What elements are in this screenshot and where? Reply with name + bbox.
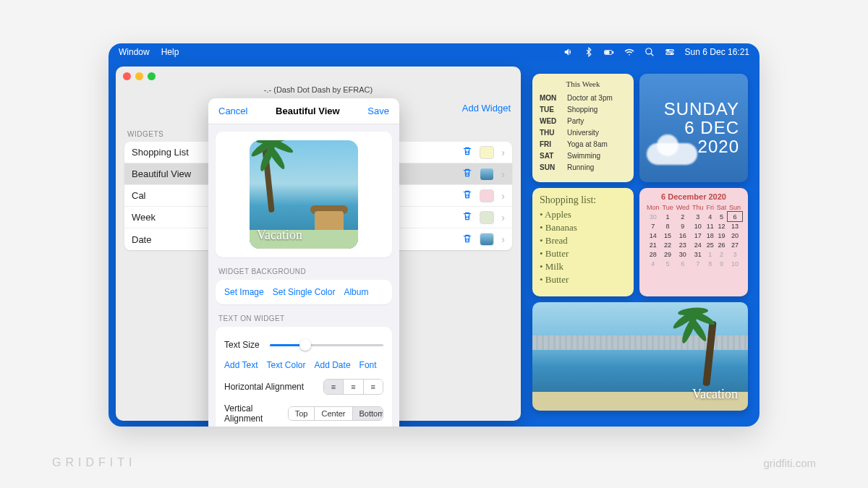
chevron-right-icon[interactable]: › — [501, 234, 505, 245]
calendar-day[interactable]: 24 — [691, 240, 705, 249]
close-button[interactable] — [123, 72, 131, 80]
calendar-day[interactable]: 13 — [728, 221, 742, 231]
calendar-day[interactable]: 28 — [645, 249, 661, 259]
calendar-day[interactable]: 26 — [715, 240, 728, 249]
calendar-day[interactable]: 12 — [715, 221, 728, 231]
calendar-day[interactable]: 22 — [661, 240, 675, 249]
calendar-day[interactable]: 10 — [728, 259, 742, 268]
menu-help[interactable]: Help — [161, 47, 179, 57]
week-widget[interactable]: This Week MONDoctor at 3pmTUEShoppingWED… — [532, 74, 634, 182]
trash-icon[interactable] — [462, 211, 474, 223]
calendar-day[interactable]: 5 — [715, 212, 728, 221]
calendar-day[interactable]: 8 — [661, 221, 675, 231]
calendar-day[interactable]: 17 — [691, 231, 705, 240]
calendar-day[interactable]: 18 — [705, 231, 715, 240]
widgets-section-label: WIDGETS — [127, 130, 163, 138]
menu-window[interactable]: Window — [119, 47, 150, 57]
chevron-right-icon[interactable]: › — [501, 147, 505, 158]
calendar-day[interactable]: 9 — [675, 221, 692, 231]
bluetooth-icon[interactable] — [584, 47, 594, 57]
vacation-widget[interactable]: Vacation — [532, 302, 748, 411]
calendar-day[interactable]: 6 — [675, 259, 692, 268]
svg-point-8 — [671, 53, 672, 54]
add-date-button[interactable]: Add Date — [315, 360, 351, 370]
align-center-button[interactable]: ≡ — [344, 380, 363, 394]
chevron-right-icon[interactable]: › — [501, 190, 505, 202]
trash-icon[interactable] — [462, 146, 474, 158]
add-widget-button[interactable]: Add Widget — [462, 103, 511, 114]
date-line1: SUNDAY — [664, 100, 739, 119]
halign-segment[interactable]: ≡ ≡ ≡ — [323, 379, 383, 395]
shopping-widget[interactable]: Shopping list: • Apples• Bananas• Bread•… — [532, 188, 634, 296]
text-color-button[interactable]: Text Color — [266, 360, 305, 370]
calendar-day[interactable]: 23 — [675, 240, 692, 249]
week-row: SUNRunning — [540, 162, 626, 174]
calendar-day[interactable]: 31 — [691, 249, 705, 259]
calendar-day[interactable]: 11 — [705, 221, 715, 231]
calendar-day[interactable]: 30 — [675, 249, 692, 259]
calendar-day[interactable]: 7 — [645, 221, 661, 231]
week-row: FRIYoga at 8am — [540, 139, 626, 150]
calendar-day[interactable]: 20 — [728, 231, 742, 240]
calendar-day[interactable]: 5 — [661, 259, 675, 268]
calendar-day[interactable]: 8 — [705, 259, 715, 268]
calendar-day[interactable]: 25 — [705, 240, 715, 249]
shopping-item: • Apples — [540, 208, 626, 221]
trash-icon[interactable] — [462, 168, 474, 180]
battery-icon[interactable] — [604, 47, 614, 57]
chevron-right-icon[interactable]: › — [501, 212, 505, 223]
set-image-button[interactable]: Set Image — [224, 287, 264, 297]
valign-center-button[interactable]: Center — [315, 407, 352, 420]
calendar-day[interactable]: 2 — [675, 212, 692, 221]
calendar-day[interactable]: 15 — [661, 231, 675, 240]
cancel-button[interactable]: Cancel — [218, 106, 247, 116]
save-button[interactable]: Save — [367, 106, 389, 116]
calendar-widget[interactable]: 6 December 2020 MonTueWedThuFriSatSun301… — [639, 188, 748, 296]
calendar-day[interactable]: 30 — [645, 212, 661, 221]
calendar-day[interactable]: 3 — [728, 249, 742, 259]
calendar-day[interactable]: 16 — [675, 231, 692, 240]
valign-segment[interactable]: Top Center Bottom — [288, 406, 383, 421]
calendar-day[interactable]: 6 — [728, 212, 742, 221]
chevron-right-icon[interactable]: › — [501, 168, 505, 180]
calendar-day[interactable]: 2 — [715, 249, 728, 259]
album-button[interactable]: Album — [344, 287, 368, 297]
valign-top-button[interactable]: Top — [289, 407, 315, 420]
align-right-button[interactable]: ≡ — [364, 380, 383, 394]
calendar-day[interactable]: 14 — [645, 231, 661, 240]
date-line3: 2020 — [698, 137, 739, 156]
date-widget[interactable]: SUNDAY 6 DEC 2020 — [639, 74, 748, 182]
week-row: MONDoctor at 3pm — [540, 93, 626, 104]
font-button[interactable]: Font — [359, 360, 377, 370]
control-center-icon[interactable] — [665, 47, 675, 57]
calendar-day[interactable]: 9 — [715, 259, 728, 268]
calendar-day[interactable]: 19 — [715, 231, 728, 240]
wifi-icon[interactable] — [624, 47, 634, 57]
calendar-day[interactable]: 27 — [728, 240, 742, 249]
calendar-day[interactable]: 10 — [691, 221, 705, 231]
calendar-day[interactable]: 4 — [705, 212, 715, 221]
calendar-day[interactable]: 1 — [705, 249, 715, 259]
volume-icon[interactable] — [563, 47, 574, 57]
calendar-day[interactable]: 3 — [691, 212, 705, 221]
add-text-button[interactable]: Add Text — [224, 360, 258, 370]
set-single-color-button[interactable]: Set Single Color — [273, 287, 336, 297]
widget-editor-panel: Cancel Beautiful View Save Vacation — [208, 98, 399, 427]
trash-icon[interactable] — [462, 234, 474, 246]
calendar-day[interactable]: 29 — [661, 249, 675, 259]
minimize-button[interactable] — [135, 72, 143, 80]
calendar-day[interactable]: 21 — [645, 240, 661, 249]
trash-icon[interactable] — [462, 189, 474, 202]
valign-bottom-button[interactable]: Bottom — [353, 407, 383, 420]
calendar-day[interactable]: 7 — [691, 259, 705, 268]
calendar-grid: MonTueWedThuFriSatSun3012345678910111213… — [645, 203, 742, 268]
calendar-day[interactable]: 4 — [645, 259, 661, 268]
week-widget-title: This Week — [540, 80, 626, 88]
text-size-slider[interactable] — [270, 338, 383, 351]
maximize-button[interactable] — [148, 72, 156, 80]
calendar-day[interactable]: 1 — [661, 212, 675, 221]
week-row: TUEShopping — [540, 104, 626, 116]
align-left-button[interactable]: ≡ — [324, 380, 344, 394]
search-icon[interactable] — [644, 47, 655, 57]
menu-clock[interactable]: Sun 6 Dec 16:21 — [685, 47, 749, 57]
